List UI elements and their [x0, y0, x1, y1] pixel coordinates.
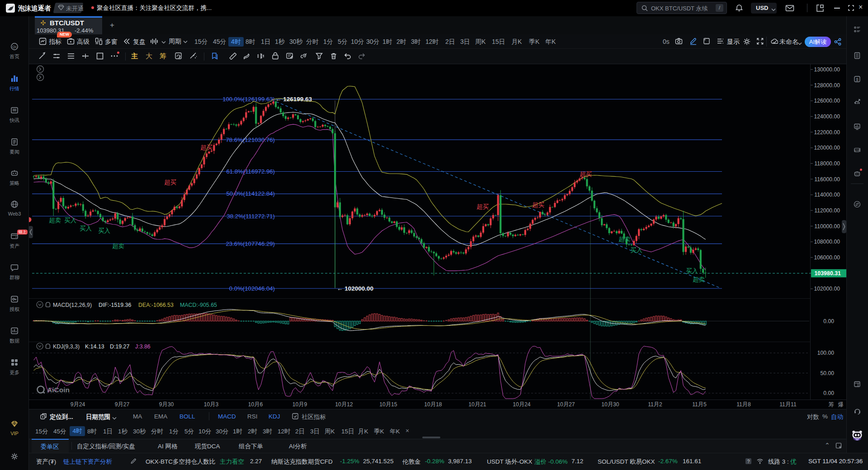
svg-text:120000.00: 120000.00: [814, 145, 840, 151]
svg-text:筹: 筹: [829, 401, 835, 408]
svg-text:买入: 买入: [64, 217, 77, 224]
svg-text:122000.00: 122000.00: [814, 129, 840, 136]
svg-text:← 126199.63: ← 126199.63: [275, 96, 312, 103]
svg-text:超买: 超买: [200, 144, 213, 151]
svg-text:K:14.13: K:14.13: [85, 343, 104, 350]
svg-text:DEA:-1066.53: DEA:-1066.53: [138, 302, 174, 308]
svg-text:10月18: 10月18: [424, 401, 442, 408]
svg-text:超卖: 超卖: [49, 217, 61, 224]
svg-text:114000.00: 114000.00: [814, 192, 840, 198]
svg-text:61.8%(116972.96): 61.8%(116972.96): [226, 168, 275, 175]
svg-text:108000.00: 108000.00: [814, 239, 840, 245]
svg-text:10月3: 10月3: [204, 401, 219, 408]
svg-text:11月2: 11月2: [648, 401, 662, 408]
svg-text:爆: 爆: [838, 401, 844, 408]
svg-text:110000.00: 110000.00: [814, 223, 840, 230]
svg-text:买入: 买入: [630, 247, 643, 254]
svg-text:DIF:-1519.36: DIF:-1519.36: [99, 302, 131, 308]
svg-text:10月27: 10月27: [557, 401, 575, 408]
svg-text:0.00: 0.00: [823, 390, 834, 396]
svg-text:10月30: 10月30: [601, 401, 619, 408]
svg-text:100.0%(126199.63): 100.0%(126199.63): [222, 96, 275, 103]
svg-text:?: ?: [747, 459, 750, 464]
svg-text:9月27: 9月27: [115, 401, 130, 408]
svg-text:超买: 超买: [164, 179, 177, 186]
svg-text:超买: 超买: [580, 171, 592, 178]
svg-text:0.00: 0.00: [823, 318, 834, 324]
svg-text:10月12: 10月12: [335, 401, 353, 408]
svg-text:Qc: Qc: [12, 45, 17, 49]
svg-text:超买: 超买: [532, 202, 545, 208]
svg-text:124000.00: 124000.00: [814, 113, 840, 120]
svg-text:MACD(12,26,9): MACD(12,26,9): [53, 302, 92, 308]
svg-text:D:19.27: D:19.27: [110, 343, 130, 350]
svg-text:100.00: 100.00: [817, 350, 834, 356]
svg-text:128000.00: 128000.00: [814, 82, 840, 89]
svg-text:116000.00: 116000.00: [814, 176, 840, 183]
svg-text:买入: 买入: [686, 268, 698, 274]
svg-text:11月5: 11月5: [692, 401, 707, 408]
svg-text:9月30: 9月30: [159, 401, 174, 408]
svg-text:$: $: [856, 77, 858, 82]
svg-text:J:3.86: J:3.86: [135, 343, 151, 350]
svg-text:126000.00: 126000.00: [814, 98, 840, 104]
svg-text:118000.00: 118000.00: [814, 160, 840, 167]
svg-text:112000.00: 112000.00: [814, 207, 840, 214]
svg-text:11月11: 11月11: [779, 401, 797, 408]
svg-text:50.00: 50.00: [821, 370, 835, 376]
svg-text:9月24: 9月24: [71, 401, 85, 408]
svg-text:10月15: 10月15: [379, 401, 397, 408]
svg-text:78.6%(121030.76): 78.6%(121030.76): [226, 136, 275, 143]
svg-text:ETF: ETF: [854, 149, 860, 152]
svg-text:← 102000.00: ← 102000.00: [337, 285, 373, 292]
svg-text:11月8: 11月8: [736, 401, 751, 408]
svg-text:10月24: 10月24: [513, 401, 531, 408]
svg-text:103980.31: 103980.31: [814, 270, 841, 277]
svg-text:0.0%(102046.04): 0.0%(102046.04): [229, 285, 275, 292]
svg-text:MACD:-905.65: MACD:-905.65: [180, 302, 217, 308]
svg-text:23.6%(107746.29): 23.6%(107746.29): [226, 240, 275, 247]
svg-text:买入: 买入: [98, 227, 111, 234]
svg-text:10月21: 10月21: [468, 401, 486, 408]
svg-text:10月9: 10月9: [292, 401, 307, 408]
svg-text:38.2%(111272.71): 38.2%(111272.71): [226, 213, 275, 220]
svg-text:102000.00: 102000.00: [814, 286, 840, 292]
svg-text:买入: 买入: [80, 225, 92, 232]
svg-text:超卖: 超卖: [618, 236, 631, 243]
svg-text:超卖: 超卖: [112, 243, 124, 249]
svg-text:超买: 超买: [476, 203, 489, 210]
svg-text:106000.00: 106000.00: [814, 254, 840, 261]
svg-text:10月6: 10月6: [248, 401, 263, 408]
svg-text:130000.00: 130000.00: [814, 66, 840, 73]
svg-text:超卖: 超卖: [693, 276, 705, 283]
svg-text:AiCoin: AiCoin: [47, 386, 70, 394]
svg-text:KDJ(9,3,3): KDJ(9,3,3): [53, 343, 80, 350]
